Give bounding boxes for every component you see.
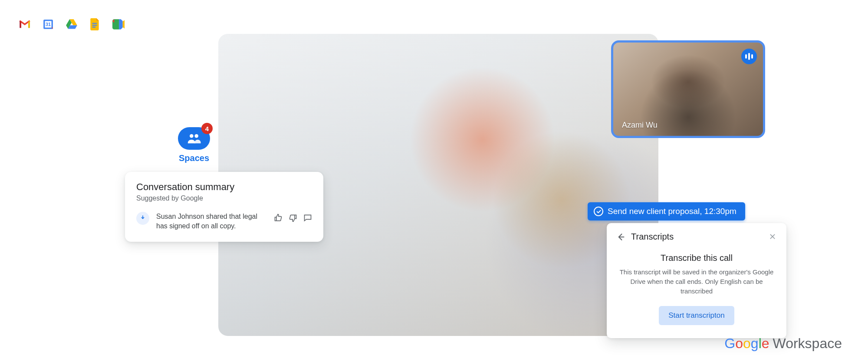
thumbs-down-icon[interactable]	[289, 214, 297, 222]
task-check-icon	[594, 207, 603, 216]
google-wordmark: Google	[724, 336, 769, 352]
product-icon-strip: 31	[19, 18, 125, 30]
conversation-summary-card: Conversation summary Suggested by Google…	[125, 172, 323, 242]
task-chip[interactable]: Send new client proposal, 12:30pm	[588, 202, 745, 220]
transcripts-description: This transcript will be saved in the org…	[616, 267, 777, 296]
svg-point-6	[190, 134, 194, 138]
svg-rect-3	[92, 23, 97, 24]
meet-icon[interactable]	[112, 18, 125, 30]
google-workspace-logo: Google Workspace	[724, 336, 842, 352]
summary-subtitle: Suggested by Google	[136, 194, 312, 202]
drive-icon[interactable]	[66, 18, 78, 30]
back-arrow-icon[interactable]	[616, 233, 625, 241]
comment-icon[interactable]	[303, 214, 312, 222]
transcripts-header: Transcripts	[631, 232, 763, 242]
thumbs-up-icon[interactable]	[274, 214, 283, 222]
close-icon[interactable]	[769, 233, 777, 241]
summary-item-text: Susan Johnson shared that legal has sign…	[156, 212, 267, 230]
speaking-indicator-icon	[741, 49, 757, 64]
spaces-pill[interactable]: 4	[178, 127, 210, 150]
svg-point-7	[194, 134, 198, 138]
svg-rect-4	[92, 25, 97, 26]
gmail-icon[interactable]	[19, 18, 31, 30]
spaces-chip[interactable]: 4 Spaces	[177, 127, 211, 163]
start-transcription-button[interactable]: Start transcripton	[659, 306, 734, 325]
svg-rect-5	[92, 26, 96, 27]
workspace-wordmark: Workspace	[773, 336, 842, 352]
docs-icon[interactable]	[89, 18, 101, 30]
transcripts-panel: Transcripts Transcribe this call This tr…	[607, 223, 786, 338]
spaces-label: Spaces	[179, 153, 209, 163]
svg-text:31: 31	[46, 22, 51, 27]
people-icon	[187, 131, 201, 146]
transcripts-title: Transcribe this call	[616, 253, 777, 263]
task-label: Send new client proposal, 12:30pm	[608, 207, 736, 216]
calendar-icon[interactable]: 31	[42, 18, 54, 30]
spaces-badge: 4	[201, 123, 213, 134]
pip-participant-name: Azami Wu	[622, 121, 658, 130]
summary-title: Conversation summary	[136, 181, 312, 193]
video-pip-tile[interactable]: Azami Wu	[611, 40, 765, 138]
download-icon[interactable]	[136, 212, 149, 225]
